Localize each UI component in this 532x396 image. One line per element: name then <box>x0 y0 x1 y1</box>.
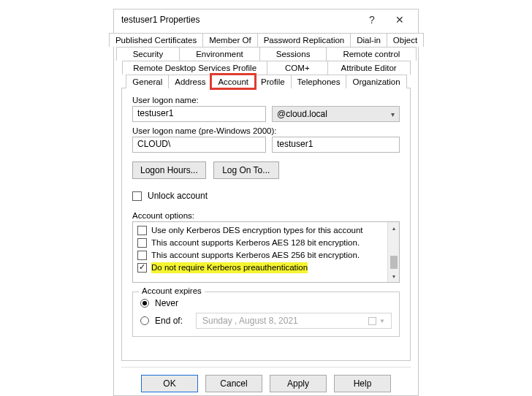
tab-published-certificates[interactable]: Published Certificates <box>109 33 203 47</box>
tab-address[interactable]: Address <box>168 75 212 88</box>
titlebar: testuser1 Properties ? ✕ <box>114 9 418 30</box>
logon-domain-combo[interactable]: @cloud.local ▾ <box>272 106 400 122</box>
expires-never-radio[interactable] <box>140 299 149 308</box>
unlock-account-label: Unlock account <box>148 191 208 201</box>
option-no-preauth-checkbox[interactable] <box>137 263 147 273</box>
scroll-thumb[interactable] <box>390 256 398 269</box>
help-button-bottom[interactable]: Help <box>334 375 391 392</box>
logon-pre2000-domain-input[interactable]: CLOUD\ <box>132 137 266 153</box>
logon-pre2000-user-input[interactable]: testuser1 <box>272 137 400 153</box>
tab-dial-in[interactable]: Dial-in <box>350 33 387 47</box>
logon-name-input[interactable]: testuser1 <box>132 106 266 122</box>
tab-com-plus[interactable]: COM+ <box>267 61 328 75</box>
option-des-encryption[interactable]: Use only Kerberos DES encryption types f… <box>137 225 383 236</box>
option-des-checkbox[interactable] <box>137 226 147 235</box>
properties-dialog: testuser1 Properties ? ✕ Published Certi… <box>113 9 419 396</box>
tab-security[interactable]: Security <box>116 47 180 61</box>
tab-sessions[interactable]: Sessions <box>259 47 327 61</box>
unlock-account-checkbox[interactable] <box>132 191 142 201</box>
tab-remote-control[interactable]: Remote control <box>326 47 417 61</box>
options-scrollbar[interactable]: ▴ ▾ <box>387 222 399 282</box>
tab-telephones[interactable]: Telephones <box>291 75 347 88</box>
scroll-up-icon[interactable]: ▴ <box>388 222 399 234</box>
tab-object[interactable]: Object <box>387 33 424 47</box>
account-options-label: Account options: <box>132 211 400 220</box>
tab-rds-profile[interactable]: Remote Desktop Services Profile <box>122 61 267 75</box>
tab-member-of[interactable]: Member Of <box>202 33 258 47</box>
option-aes128[interactable]: This account supports Kerberos AES 128 b… <box>137 237 383 248</box>
option-aes128-checkbox[interactable] <box>137 238 147 248</box>
logon-name-label: User logon name: <box>132 96 400 104</box>
tab-general[interactable]: General <box>126 75 169 88</box>
option-aes256[interactable]: This account supports Kerberos AES 256 b… <box>137 250 383 261</box>
help-button[interactable]: ? <box>358 9 386 30</box>
logon-domain-value: @cloud.local <box>277 109 327 119</box>
tab-panel-account: User logon name: testuser1 @cloud.local … <box>121 88 411 361</box>
expires-date-picker: Sunday , August 8, 2021 ▼ <box>196 313 392 329</box>
expires-never-label: Never <box>155 298 178 308</box>
logon-pre2000-label: User logon name (pre-Windows 2000): <box>132 126 400 135</box>
option-aes256-checkbox[interactable] <box>137 251 147 260</box>
expires-date-value: Sunday , August 8, 2021 <box>202 316 298 326</box>
dialog-button-row: OK Cancel Apply Help <box>121 367 411 395</box>
tab-profile[interactable]: Profile <box>254 75 292 88</box>
chevron-down-icon: ▾ <box>391 110 395 118</box>
tab-environment[interactable]: Environment <box>179 47 260 61</box>
cancel-button[interactable]: Cancel <box>205 375 262 392</box>
scroll-down-icon[interactable]: ▾ <box>388 270 399 282</box>
tab-strip: Published Certificates Member Of Passwor… <box>114 30 418 88</box>
logon-hours-button[interactable]: Logon Hours... <box>132 161 206 179</box>
window-title: testuser1 Properties <box>121 15 358 25</box>
close-button[interactable]: ✕ <box>386 9 414 30</box>
ok-button[interactable]: OK <box>141 375 198 392</box>
log-on-to-button[interactable]: Log On To... <box>213 161 279 179</box>
account-options-list: Use only Kerberos DES encryption types f… <box>132 221 400 283</box>
expires-endof-label: End of: <box>155 316 190 326</box>
tab-password-replication[interactable]: Password Replication <box>257 33 352 47</box>
tab-account[interactable]: Account <box>211 75 255 88</box>
tab-organization[interactable]: Organization <box>346 75 406 88</box>
account-expires-legend: Account expires <box>139 286 205 295</box>
chevron-down-icon: ▼ <box>379 318 385 324</box>
expires-endof-radio[interactable] <box>140 316 149 325</box>
tab-attribute-editor[interactable]: Attribute Editor <box>327 61 411 75</box>
option-no-preauth[interactable]: Do not require Kerberos preauthenticatio… <box>137 262 383 273</box>
date-picker-icon <box>368 317 376 325</box>
account-expires-group: Account expires Never End of: Sunday , A… <box>132 292 400 337</box>
apply-button[interactable]: Apply <box>270 375 327 392</box>
